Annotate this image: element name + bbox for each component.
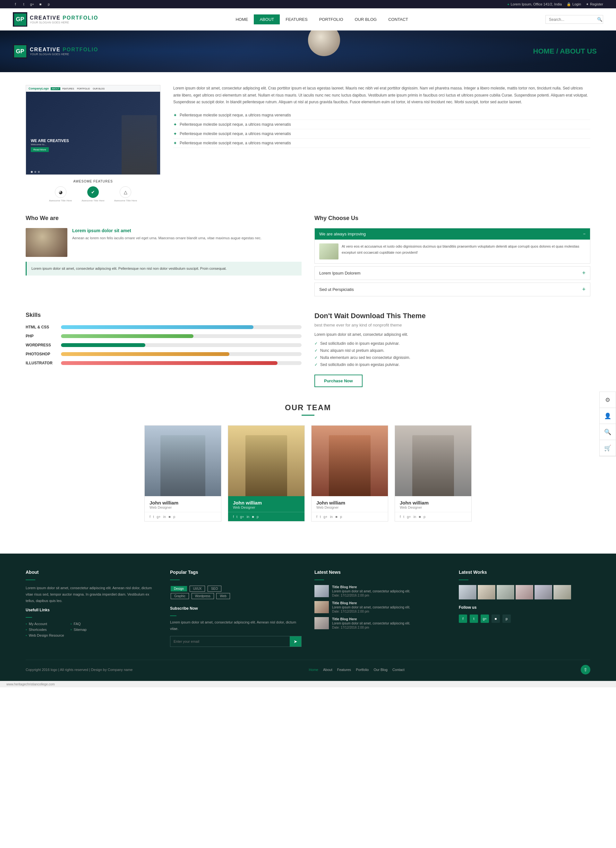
follow-gp[interactable]: g+: [481, 615, 489, 623]
work-4: [516, 585, 533, 599]
footer-subscribe-title: Subscribe Now: [170, 606, 301, 611]
logo-initials: GP: [14, 13, 26, 26]
preview-nav-features: FEATURES: [61, 87, 75, 90]
news-title-1: Title Blog Here: [332, 585, 410, 589]
team-fb-3[interactable]: f: [316, 515, 317, 519]
team-card-4: John william Web Designer f t g+ in ■ p: [395, 425, 472, 522]
tag-wordpress[interactable]: Wordpress: [191, 593, 214, 599]
footer-divider-tags: [170, 580, 180, 580]
team-ig-4[interactable]: ■: [419, 515, 421, 519]
team-role-3: Web Designer: [316, 506, 383, 509]
team-tw-2[interactable]: t: [236, 515, 237, 519]
nav-features[interactable]: FEATURES: [280, 15, 313, 24]
logo-tagline: YOUR SLOGAN GOES HERE: [30, 21, 98, 24]
follow-in[interactable]: ■: [491, 615, 500, 623]
footer-tags-col: Popular Tags Design UI/UX SEO Graphic Wo…: [170, 569, 301, 647]
search-button[interactable]: 🔍: [597, 17, 603, 22]
team-gp-1[interactable]: g+: [157, 515, 161, 519]
accordion-header-3[interactable]: Sed ut Perspiciatis +: [315, 283, 590, 296]
footer-link-account[interactable]: My Account: [26, 621, 64, 627]
team-pi-1[interactable]: p: [173, 515, 175, 519]
download-title: Don't Wait Download This Theme: [315, 312, 590, 320]
team-card-3: John william Web Designer f t g+ in ■ p: [311, 425, 388, 522]
skill-bar-bg-php: [61, 334, 301, 338]
team-fb-2[interactable]: f: [233, 515, 234, 519]
footer-bottom-about[interactable]: About: [323, 668, 332, 672]
team-tw-1[interactable]: t: [153, 515, 154, 519]
tag-web[interactable]: Web: [216, 593, 230, 599]
footer-bottom-contact[interactable]: Contact: [392, 668, 405, 672]
footer-bottom-portfolio[interactable]: Portfolio: [356, 668, 369, 672]
footer-link-sitemap[interactable]: Sitemap: [71, 627, 87, 633]
pinterest-icon[interactable]: p: [46, 1, 51, 7]
team-pi-2[interactable]: p: [257, 515, 258, 519]
skill-bar-bg-ps: [61, 352, 301, 356]
team-social-1: f t g+ in ■ p: [145, 512, 221, 521]
footer-news-col: Latest News Title Blog Here Lorem ipsum …: [315, 569, 446, 647]
team-fb-4[interactable]: f: [400, 515, 401, 519]
tag-design[interactable]: Design: [171, 586, 187, 592]
sidebar-user-icon[interactable]: 👤: [600, 408, 616, 424]
footer-link-webdesign[interactable]: Web Design Resource: [26, 633, 64, 638]
preview-hero-btn[interactable]: Read More: [31, 147, 49, 152]
who-photo: [26, 228, 67, 257]
login-link[interactable]: 🔒 Login: [567, 2, 581, 6]
team-gp-3[interactable]: g+: [324, 515, 328, 519]
instagram-icon[interactable]: ■: [38, 1, 43, 7]
team-ig-3[interactable]: ■: [335, 515, 337, 519]
footer-bottom-features[interactable]: Features: [337, 668, 351, 672]
team-in-2[interactable]: in: [247, 515, 249, 519]
sidebar-cart-icon[interactable]: 🛒: [600, 440, 616, 456]
follow-fb[interactable]: f: [459, 615, 467, 623]
footer-up-button[interactable]: ⇧: [581, 665, 590, 675]
news-date-3: Date: 17/12/2016 2.00 pm: [332, 626, 410, 629]
team-in-1[interactable]: in: [163, 515, 166, 519]
team-pi-4[interactable]: p: [423, 515, 425, 519]
follow-pi[interactable]: p: [502, 615, 511, 623]
tag-uiux[interactable]: UI/UX: [190, 586, 205, 592]
who-desc-box: Lorem ipsum dolor sit amet, consectetur …: [26, 262, 301, 276]
team-in-3[interactable]: in: [330, 515, 333, 519]
subscribe-email-input[interactable]: [170, 637, 290, 646]
footer-link-shortcodes[interactable]: Shortcodes: [26, 627, 64, 633]
team-photo-2: [228, 425, 304, 496]
twitter-icon[interactable]: t: [21, 1, 26, 7]
team-pi-3[interactable]: p: [340, 515, 342, 519]
team-in-4[interactable]: in: [414, 515, 416, 519]
follow-tw[interactable]: t: [470, 615, 478, 623]
subscribe-button[interactable]: ➤: [290, 636, 301, 646]
sidebar-search-icon[interactable]: 🔍: [600, 424, 616, 440]
team-name-3: John william: [316, 500, 383, 506]
googleplus-icon[interactable]: g+: [30, 1, 35, 7]
tag-graphic[interactable]: Graphic: [171, 593, 189, 599]
team-fb-1[interactable]: f: [150, 515, 150, 519]
work-5: [534, 585, 552, 599]
purchase-button[interactable]: Purchase Now: [315, 375, 362, 387]
register-link[interactable]: ✦ Register: [586, 2, 603, 6]
footer-bottom-home[interactable]: Home: [309, 668, 318, 672]
team-gp-2[interactable]: g+: [240, 515, 244, 519]
nav-contact[interactable]: CONTACT: [383, 15, 414, 24]
accordion-header-2[interactable]: Lorem Ipsum Dolorem +: [315, 267, 590, 280]
tag-seo[interactable]: SEO: [208, 586, 221, 592]
accordion-header-1[interactable]: We are always improving −: [315, 228, 590, 240]
team-tw-3[interactable]: t: [320, 515, 321, 519]
facebook-icon[interactable]: f: [13, 1, 18, 7]
search-input[interactable]: [549, 17, 597, 22]
accordion-item-3: Sed ut Perspiciatis +: [315, 283, 590, 297]
footer-link-faq[interactable]: FAQ: [71, 621, 87, 627]
work-2: [478, 585, 495, 599]
skill-ps: PHOTOSHOP: [26, 352, 301, 356]
team-ig-2[interactable]: ■: [252, 515, 254, 519]
team-gp-4[interactable]: g+: [407, 515, 411, 519]
features-title: AWESOME FEATURES: [26, 179, 160, 183]
sidebar-gear-icon[interactable]: ⚙: [600, 392, 616, 408]
footer-bottom-blog[interactable]: Our Blog: [373, 668, 387, 672]
nav-portfolio[interactable]: PORTFOLIO: [313, 15, 349, 24]
nav-home[interactable]: HOME: [230, 15, 254, 24]
team-ig-1[interactable]: ■: [168, 515, 171, 519]
team-tw-4[interactable]: t: [403, 515, 404, 519]
breadcrumb-current: ABOUT US: [560, 47, 597, 55]
nav-blog[interactable]: OUR BLOG: [349, 15, 383, 24]
nav-about[interactable]: ABOUT: [254, 15, 280, 24]
